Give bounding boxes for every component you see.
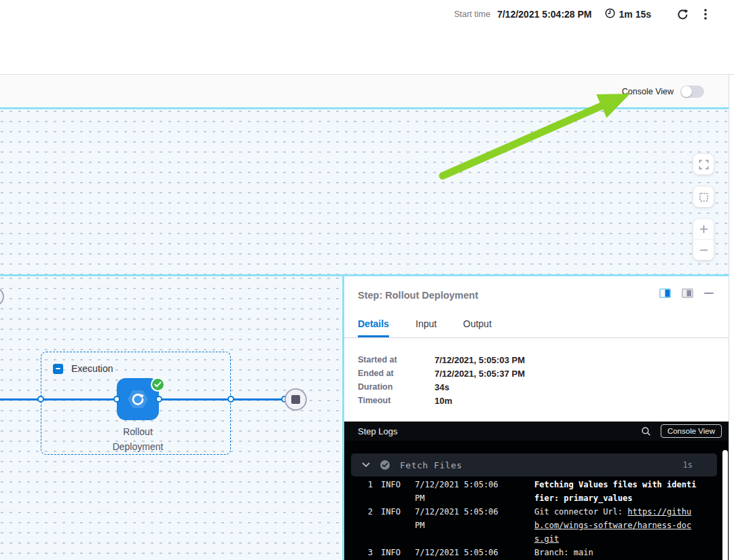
group-in-port bbox=[37, 396, 44, 403]
stop-icon bbox=[291, 395, 300, 404]
log-section-fetch-files[interactable]: Fetch Files 1s bbox=[351, 453, 717, 477]
stage-graph-canvas[interactable] bbox=[0, 109, 729, 274]
section-success-icon bbox=[380, 460, 390, 470]
detail-row-ended-at: Ended at 7/12/2021, 5:05:37 PM bbox=[358, 367, 643, 380]
toggle-knob bbox=[681, 86, 692, 97]
view-toolbar: Console View bbox=[0, 75, 729, 107]
log-line: 2 INFO 7/12/2021 5:05:06 PM Git connecto… bbox=[358, 505, 729, 546]
pipeline-execution-page: { "colors": { "accent_blue": "#0278d5", … bbox=[0, 0, 734, 560]
node-out-port bbox=[155, 396, 162, 403]
refresh-button[interactable] bbox=[674, 6, 691, 22]
detail-row-timeout: Timeout 10m bbox=[358, 394, 643, 407]
log-message: Fetching Values files with identifier: p… bbox=[534, 478, 699, 505]
log-message: Branch: main bbox=[534, 546, 699, 559]
detail-row-started-at: Started at 7/12/2021, 5:05:03 PM bbox=[358, 353, 643, 367]
panel-title: Step: Rollout Deployment bbox=[358, 290, 478, 301]
log-search-button[interactable] bbox=[641, 426, 651, 436]
logs-console-view-button[interactable]: Console View bbox=[661, 424, 722, 438]
start-time-label: Start time bbox=[454, 10, 491, 19]
start-time-value: 7/12/2021 5:04:28 PM bbox=[497, 9, 591, 20]
panel-view-icon[interactable] bbox=[682, 288, 693, 298]
zoom-in-button[interactable] bbox=[693, 219, 714, 240]
tab-output[interactable]: Output bbox=[463, 318, 492, 335]
elapsed-value: 1m 15s bbox=[619, 9, 651, 20]
chevron-down-icon[interactable] bbox=[362, 462, 370, 468]
execution-group-header: Execution bbox=[53, 363, 113, 374]
node-in-port bbox=[113, 396, 120, 403]
rollout-icon bbox=[126, 387, 150, 411]
fullscreen-button[interactable] bbox=[693, 154, 714, 174]
console-view-toggle[interactable] bbox=[680, 86, 704, 98]
tab-details[interactable]: Details bbox=[358, 318, 389, 337]
log-message: Git connector Url: https://github.com/wi… bbox=[534, 505, 699, 546]
panel-tabs: Details Input Output bbox=[344, 316, 729, 338]
group-out-port bbox=[227, 396, 234, 403]
minimize-panel-button[interactable] bbox=[704, 293, 714, 294]
success-badge-icon bbox=[151, 377, 165, 392]
step-logs-bar: Step Logs Console View bbox=[344, 422, 729, 441]
zoom-to-fit-button[interactable] bbox=[693, 187, 714, 207]
clock-icon bbox=[604, 7, 616, 22]
log-console: Fetch Files 1s 1 INFO 7/12/2021 5:05:06 … bbox=[344, 441, 729, 560]
zoom-out-button[interactable] bbox=[693, 240, 714, 260]
step-logs-title: Step Logs bbox=[358, 426, 641, 436]
console-view-toggle-label: Console View bbox=[622, 87, 674, 96]
step-details-list: Started at 7/12/2021, 5:05:03 PM Ended a… bbox=[358, 353, 643, 407]
elapsed-time: 1m 15s bbox=[604, 7, 651, 22]
execution-meta-row: Start time 7/12/2021 5:04:28 PM 1m 15s bbox=[454, 5, 714, 23]
execution-group-label: Execution bbox=[71, 363, 113, 374]
page-header: Start time 7/12/2021 5:04:28 PM 1m 15s bbox=[0, 0, 734, 75]
collapse-group-icon[interactable] bbox=[53, 364, 63, 374]
step-node-label: Rollout Deployment bbox=[70, 424, 206, 454]
tabs-divider bbox=[344, 337, 729, 338]
tab-input[interactable]: Input bbox=[416, 318, 437, 335]
page-scrollbar-track[interactable] bbox=[729, 75, 734, 560]
log-line: 1 INFO 7/12/2021 5:05:06 PM Fetching Val… bbox=[358, 478, 729, 505]
kebab-menu-button[interactable] bbox=[697, 6, 714, 22]
log-scrollbar-thumb[interactable] bbox=[722, 450, 728, 560]
canvas-zoom-controls bbox=[693, 154, 714, 260]
zoom-in-out-group bbox=[693, 219, 714, 260]
log-section-name: Fetch Files bbox=[400, 460, 683, 470]
pipeline-end-node[interactable] bbox=[285, 388, 307, 411]
panel-header-actions bbox=[659, 288, 714, 298]
split-view-icon[interactable] bbox=[659, 288, 671, 298]
panel-header: Step: Rollout Deployment bbox=[344, 276, 729, 314]
step-details-panel: Step: Rollout Deployment Details Input O… bbox=[344, 276, 729, 560]
clipped-node bbox=[0, 287, 4, 306]
execution-detail-section: Execution Rollout Deployment Step: Roll bbox=[0, 276, 729, 560]
detail-row-duration: Duration 34s bbox=[358, 380, 643, 394]
log-section-duration: 1s bbox=[683, 460, 693, 470]
log-line: 3 INFO 7/12/2021 5:05:06 PM Branch: main bbox=[358, 546, 729, 560]
log-lines: 1 INFO 7/12/2021 5:05:06 PM Fetching Val… bbox=[344, 477, 729, 560]
step-graph-canvas[interactable]: Execution Rollout Deployment bbox=[0, 276, 342, 560]
